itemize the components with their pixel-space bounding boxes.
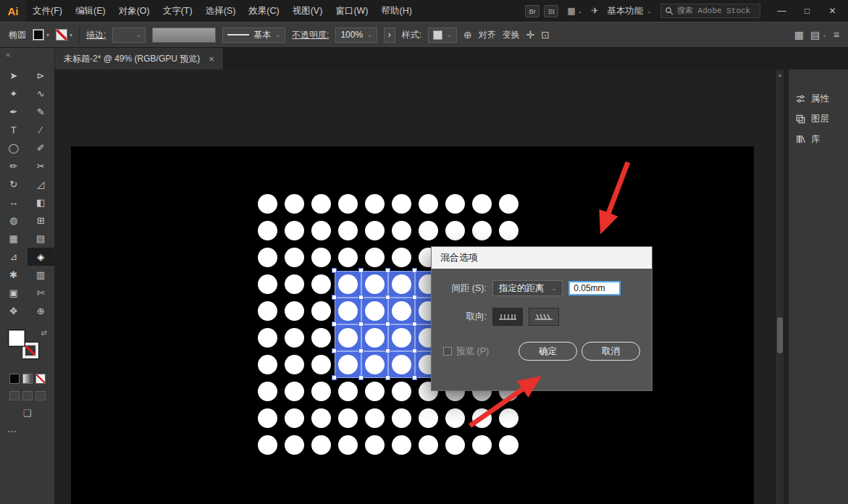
- artboard-tool[interactable]: ▣: [0, 284, 28, 302]
- menu-item-8[interactable]: 帮助(H): [375, 0, 419, 22]
- scissors-tool[interactable]: ✂: [28, 157, 55, 175]
- ok-button[interactable]: 确定: [519, 342, 577, 361]
- opacity-more-button[interactable]: ›: [384, 28, 395, 43]
- fill-color-swatch[interactable]: [9, 330, 25, 346]
- style-select[interactable]: ⌄: [428, 28, 457, 43]
- zoom-tool[interactable]: ⊕: [28, 302, 55, 320]
- menu-item-1[interactable]: 编辑(E): [69, 0, 112, 22]
- align-button[interactable]: 对齐: [479, 29, 496, 41]
- rotate-tool[interactable]: ↻: [0, 175, 28, 193]
- mesh-tool[interactable]: ▦: [0, 230, 28, 248]
- collapse-panel-button[interactable]: «: [6, 50, 10, 59]
- menu-item-0[interactable]: 文件(F): [26, 0, 69, 22]
- orientation-vertical-button[interactable]: [492, 308, 523, 326]
- opacity-select[interactable]: 100%⌄: [335, 28, 377, 43]
- stroke-color-swatch[interactable]: [22, 343, 38, 358]
- screen-mode-button[interactable]: ❑: [23, 408, 32, 419]
- draw-inside-button[interactable]: [35, 391, 46, 400]
- distance-input[interactable]: [568, 281, 621, 295]
- type-tool[interactable]: T: [0, 121, 28, 139]
- stroke-style-select[interactable]: 基本⌄: [222, 28, 285, 43]
- search-icon: [665, 7, 673, 15]
- gradient-mode-button[interactable]: [22, 374, 33, 384]
- bridge-badge[interactable]: Br: [525, 5, 540, 17]
- stroke-weight-label[interactable]: 描边:: [86, 29, 106, 41]
- paintbrush-tool[interactable]: ✐: [28, 139, 55, 157]
- direct-selection-tool[interactable]: ⊳: [28, 67, 55, 85]
- menu-item-2[interactable]: 对象(O): [112, 0, 156, 22]
- stroke-weight-select[interactable]: ⌄: [112, 28, 146, 43]
- scale-tool[interactable]: ◿: [28, 175, 55, 193]
- close-button[interactable]: ✕: [820, 0, 845, 22]
- stock-badge[interactable]: St: [544, 5, 558, 17]
- selection-anchor: [386, 322, 390, 326]
- edit-toolbar-button[interactable]: ⋯: [7, 426, 17, 437]
- menu-item-6[interactable]: 视图(V): [286, 0, 329, 22]
- lasso-tool[interactable]: ∿: [28, 85, 55, 103]
- document-setup-globe-icon[interactable]: ⊕: [463, 29, 472, 41]
- blend-tool[interactable]: ◈: [28, 248, 55, 266]
- document-tab[interactable]: 未标题-2* @ 49% (RGB/GPU 预览) ×: [55, 48, 224, 70]
- panel-properties[interactable]: 属性: [789, 88, 848, 109]
- selection-tool[interactable]: ➤: [0, 67, 28, 85]
- menu-item-4[interactable]: 选择(S): [199, 0, 243, 22]
- hand-tool[interactable]: ✥: [0, 302, 28, 320]
- scrollbar-thumb[interactable]: [777, 317, 783, 353]
- orientation-path-button[interactable]: [529, 308, 559, 326]
- swap-fill-stroke-icon[interactable]: ⇄: [41, 329, 47, 337]
- share-icon[interactable]: ✈: [591, 6, 598, 16]
- eyedropper-tool[interactable]: ⊿: [0, 248, 28, 266]
- pen-tool[interactable]: ✒: [0, 103, 28, 121]
- app-logo[interactable]: Ai: [0, 0, 26, 22]
- spacing-select[interactable]: 指定的距离⌄: [492, 280, 563, 296]
- vertical-scrollbar[interactable]: ▲: [775, 70, 784, 504]
- transform-reference-icon[interactable]: ✛: [526, 29, 535, 41]
- color-mode-button[interactable]: [9, 374, 20, 384]
- maximize-button[interactable]: □: [794, 0, 820, 22]
- preview-checkbox[interactable]: [443, 347, 452, 356]
- menu-item-7[interactable]: 窗口(W): [329, 0, 374, 22]
- current-tool-label: 椭圆: [9, 29, 26, 41]
- line-segment-tool[interactable]: ∕: [28, 121, 55, 139]
- menu-item-5[interactable]: 效果(C): [242, 0, 285, 22]
- minimize-button[interactable]: —: [769, 0, 794, 22]
- panel-item-label: 图层: [811, 113, 829, 125]
- brush-definition-select[interactable]: ⌄: [152, 28, 216, 43]
- draw-behind-button[interactable]: [22, 391, 33, 400]
- fill-color-control[interactable]: ▾: [33, 29, 49, 41]
- transform-button[interactable]: 变换: [503, 29, 520, 41]
- slice-tool[interactable]: ✄: [28, 284, 55, 302]
- scroll-up-icon[interactable]: ▲: [776, 72, 784, 77]
- dialog-titlebar[interactable]: 混合选项: [432, 247, 652, 269]
- shaper-tool[interactable]: ✏: [0, 157, 28, 175]
- search-input[interactable]: [660, 4, 760, 18]
- gradient-tool[interactable]: ▤: [28, 230, 55, 248]
- panel-layers[interactable]: 图层: [789, 109, 848, 129]
- workspace-switcher[interactable]: 基本功能⌄: [607, 5, 652, 17]
- workspace-grid-icon[interactable]: ▦: [794, 29, 804, 41]
- shape-builder-tool[interactable]: ◍: [0, 211, 28, 230]
- panel-libraries[interactable]: 库: [789, 129, 848, 149]
- selection-anchor: [359, 269, 363, 272]
- free-transform-tool[interactable]: ◧: [28, 193, 55, 211]
- canvas-area[interactable]: 混合选项 间距 (S): 指定的距离⌄ 取向:: [55, 70, 788, 504]
- draw-normal-button[interactable]: [9, 391, 20, 400]
- ellipse-tool[interactable]: ◯: [0, 139, 28, 157]
- magic-wand-tool[interactable]: ✦: [0, 85, 28, 103]
- stroke-color-control[interactable]: ▾: [56, 29, 72, 41]
- column-graph-tool[interactable]: ▥: [28, 266, 55, 284]
- symbol-sprayer-tool[interactable]: ✱: [0, 266, 28, 284]
- width-tool[interactable]: ↔: [0, 193, 28, 211]
- panel-dock-icon[interactable]: ▤⌄: [810, 29, 827, 41]
- perspective-grid-tool[interactable]: ⊞: [28, 211, 55, 230]
- cancel-button[interactable]: 取消: [582, 342, 640, 361]
- isolate-selection-icon[interactable]: ⊡: [541, 29, 550, 41]
- selection-anchor: [386, 269, 390, 272]
- menu-item-3[interactable]: 文字(T): [156, 0, 199, 22]
- tab-close-icon[interactable]: ×: [209, 54, 214, 64]
- opacity-label[interactable]: 不透明度:: [292, 29, 329, 41]
- none-mode-button[interactable]: [35, 374, 46, 384]
- control-menu-icon[interactable]: ≡: [834, 29, 839, 41]
- curvature-tool[interactable]: ✎: [28, 103, 55, 121]
- arrange-documents-icon[interactable]: ▦⌄: [567, 6, 582, 16]
